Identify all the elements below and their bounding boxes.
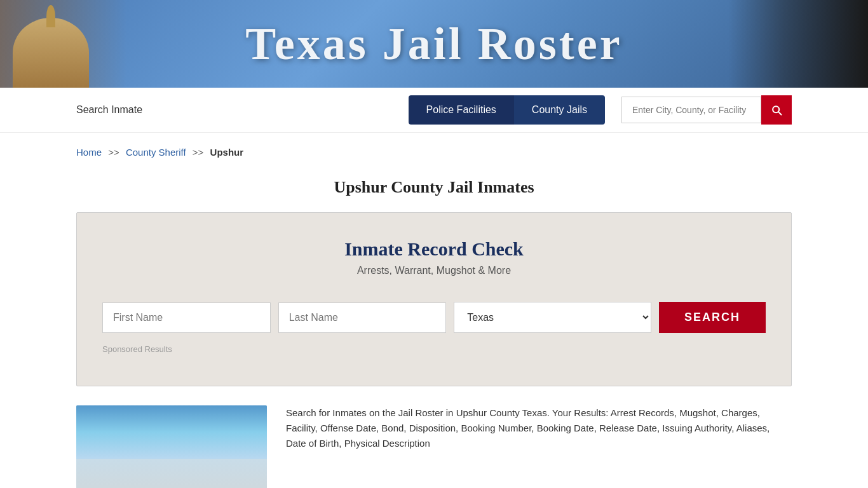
last-name-input[interactable] — [278, 302, 447, 333]
first-name-input[interactable] — [102, 302, 271, 333]
header-banner: Texas Jail Roster — [0, 0, 868, 88]
record-search-button[interactable]: SEARCH — [659, 302, 766, 333]
bottom-section: Search for Inmates on the Jail Roster in… — [0, 405, 868, 488]
breadcrumb-current: Upshur — [210, 147, 244, 158]
banner-right-decor — [728, 0, 868, 88]
capitol-dome-icon — [13, 18, 89, 88]
banner-left-decor — [0, 0, 127, 88]
navbar: Search Inmate Police Facilities County J… — [0, 88, 868, 133]
facility-search-input[interactable] — [621, 97, 761, 123]
site-title: Texas Jail Roster — [245, 18, 622, 71]
nav-buttons-group: Police Facilities County Jails — [409, 95, 605, 125]
search-icon — [770, 104, 783, 116]
search-inmate-label: Search Inmate — [76, 104, 396, 116]
breadcrumb-home-link[interactable]: Home — [76, 147, 102, 158]
breadcrumb-county-sheriff-link[interactable]: County Sheriff — [126, 147, 186, 158]
facility-search-wrap — [621, 95, 792, 125]
facility-search-button[interactable] — [761, 95, 792, 125]
breadcrumb-sep1: >> — [108, 147, 119, 158]
sky-decor — [76, 405, 267, 459]
county-jails-button[interactable]: County Jails — [514, 95, 605, 125]
breadcrumb: Home >> County Sheriff >> Upshur — [0, 133, 868, 172]
page-title-wrap: Upshur County Jail Inmates — [0, 172, 868, 212]
location-thumbnail — [76, 405, 267, 488]
record-check-subtitle: Arrests, Warrant, Mugshot & More — [102, 265, 766, 276]
police-facilities-button[interactable]: Police Facilities — [409, 95, 514, 125]
record-check-box: Inmate Record Check Arrests, Warrant, Mu… — [76, 212, 792, 386]
sponsored-results-label: Sponsored Results — [102, 344, 766, 354]
ground-decor — [76, 459, 267, 488]
breadcrumb-sep2: >> — [193, 147, 204, 158]
state-select[interactable]: AlabamaAlaskaArizonaArkansasCaliforniaCo… — [454, 302, 651, 333]
page-title: Upshur County Jail Inmates — [0, 178, 868, 197]
record-check-title: Inmate Record Check — [102, 238, 766, 260]
record-check-form: AlabamaAlaskaArizonaArkansasCaliforniaCo… — [102, 302, 766, 333]
description-text: Search for Inmates on the Jail Roster in… — [286, 405, 792, 488]
